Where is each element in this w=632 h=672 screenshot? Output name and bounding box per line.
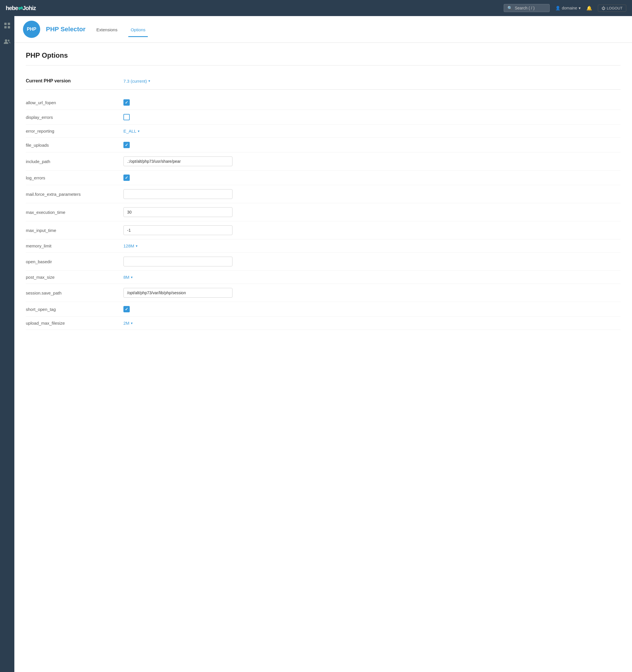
search-box[interactable]: 🔍 Search ( / ) <box>504 4 550 12</box>
checkbox-display_errors[interactable] <box>123 114 130 120</box>
option-row: include_path <box>26 152 621 170</box>
divider-top <box>26 65 621 66</box>
version-dropdown-arrow: ▾ <box>148 79 150 83</box>
options-table: allow_url_fopendisplay_errorserror_repor… <box>26 95 621 330</box>
input-include_path[interactable] <box>123 157 233 166</box>
dropdown-arrow-error_reporting: ▾ <box>138 129 140 133</box>
option-value-error_reporting: E_ALL ▾ <box>123 128 621 134</box>
input-open_basedir[interactable] <box>123 257 233 266</box>
option-row: allow_url_fopen <box>26 95 621 110</box>
option-row: max_input_time <box>26 221 621 239</box>
tab-bar: Extensions Options <box>94 22 148 37</box>
svg-rect-2 <box>4 26 7 28</box>
option-value-log_errors <box>123 174 621 181</box>
version-dropdown[interactable]: 7.3 (current) ▾ <box>123 79 150 83</box>
option-row: error_reportingE_ALL ▾ <box>26 125 621 138</box>
option-label-mail_force_extra_parameters: mail.force_extra_parameters <box>26 192 123 197</box>
dropdown-upload_max_filesize[interactable]: 2M ▾ <box>123 321 132 326</box>
option-label-post_max_size: post_max_size <box>26 275 123 280</box>
user-dropdown-arrow: ▾ <box>579 6 581 10</box>
checkbox-allow_url_fopen[interactable] <box>123 99 130 106</box>
sidebar <box>0 16 14 672</box>
option-label-error_reporting: error_reporting <box>26 128 123 134</box>
top-navigation: hebe⇌Johiz 🔍 Search ( / ) 👤 domaine ▾ 🔔 … <box>0 0 632 16</box>
option-value-post_max_size: 8M ▾ <box>123 275 621 280</box>
option-label-short_open_tag: short_open_tag <box>26 307 123 312</box>
checkbox-file_uploads[interactable] <box>123 142 130 148</box>
svg-point-4 <box>5 39 7 42</box>
option-value-max_input_time <box>123 225 621 235</box>
sidebar-users-icon[interactable] <box>2 37 13 47</box>
main-content: PHP PHP Selector Extensions Options PHP … <box>14 16 632 672</box>
section-title: PHP Options <box>26 51 621 59</box>
page-title: PHP Selector <box>46 26 86 33</box>
option-value-include_path <box>123 157 621 166</box>
option-row: memory_limit128M ▾ <box>26 239 621 253</box>
input-session_save_path[interactable] <box>123 288 233 298</box>
username-label: domaine <box>562 6 577 10</box>
option-value-upload_max_filesize: 2M ▾ <box>123 321 621 326</box>
option-value-display_errors <box>123 114 621 120</box>
option-label-max_execution_time: max_execution_time <box>26 210 123 215</box>
option-row: mail.force_extra_parameters <box>26 185 621 203</box>
option-row: session.save_path <box>26 284 621 302</box>
dropdown-arrow-upload_max_filesize: ▾ <box>131 321 132 325</box>
php-icon-text: PHP <box>27 27 37 32</box>
tab-extensions[interactable]: Extensions <box>94 22 120 37</box>
dropdown-memory_limit[interactable]: 128M ▾ <box>123 243 138 248</box>
svg-rect-3 <box>8 26 10 28</box>
logout-button[interactable]: ⏻ LOGOUT <box>598 5 626 12</box>
search-icon: 🔍 <box>507 6 512 10</box>
user-info[interactable]: 👤 domaine ▾ <box>555 6 581 10</box>
option-label-include_path: include_path <box>26 159 123 164</box>
option-row: open_basedir <box>26 253 621 271</box>
svg-rect-0 <box>4 23 7 25</box>
tab-options[interactable]: Options <box>128 22 148 37</box>
option-row: post_max_size8M ▾ <box>26 271 621 284</box>
option-label-max_input_time: max_input_time <box>26 228 123 233</box>
version-value: 7.3 (current) ▾ <box>123 79 621 83</box>
content-area: PHP Options Current PHP version 7.3 (cur… <box>14 43 632 338</box>
dropdown-arrow-post_max_size: ▾ <box>131 275 132 279</box>
option-value-mail_force_extra_parameters <box>123 189 621 199</box>
dropdown-error_reporting[interactable]: E_ALL ▾ <box>123 128 140 134</box>
version-label: Current PHP version <box>26 78 123 83</box>
option-label-allow_url_fopen: allow_url_fopen <box>26 100 123 105</box>
php-icon: PHP <box>23 21 40 38</box>
sidebar-apps-icon[interactable] <box>2 20 13 31</box>
option-value-file_uploads <box>123 142 621 148</box>
dropdown-post_max_size[interactable]: 8M ▾ <box>123 275 132 280</box>
svg-point-5 <box>8 40 9 41</box>
user-icon: 👤 <box>555 6 560 10</box>
checkbox-log_errors[interactable] <box>123 174 130 181</box>
version-row: Current PHP version 7.3 (current) ▾ <box>26 73 621 90</box>
input-mail_force_extra_parameters[interactable] <box>123 189 233 199</box>
option-value-memory_limit: 128M ▾ <box>123 243 621 248</box>
option-label-upload_max_filesize: upload_max_filesize <box>26 321 123 326</box>
input-max_input_time[interactable] <box>123 225 233 235</box>
option-label-file_uploads: file_uploads <box>26 143 123 147</box>
input-max_execution_time[interactable] <box>123 207 233 217</box>
dropdown-arrow-memory_limit: ▾ <box>136 244 138 248</box>
nav-right: 🔍 Search ( / ) 👤 domaine ▾ 🔔 ⏻ LOGOUT <box>504 4 626 12</box>
option-row: upload_max_filesize2M ▾ <box>26 317 621 330</box>
logo-text: hebe⇌Johiz <box>6 5 36 11</box>
option-value-open_basedir <box>123 257 621 266</box>
option-label-display_errors: display_errors <box>26 115 123 120</box>
option-label-log_errors: log_errors <box>26 175 123 180</box>
app-logo: hebe⇌Johiz <box>6 5 36 11</box>
search-label: Search ( / ) <box>515 6 534 10</box>
option-value-max_execution_time <box>123 207 621 217</box>
option-label-session_save_path: session.save_path <box>26 290 123 295</box>
option-row: max_execution_time <box>26 203 621 221</box>
logout-icon: ⏻ <box>602 6 605 10</box>
option-row: file_uploads <box>26 138 621 152</box>
option-value-session_save_path <box>123 288 621 298</box>
option-row: short_open_tag <box>26 302 621 317</box>
svg-rect-1 <box>8 23 10 25</box>
option-value-allow_url_fopen <box>123 99 621 106</box>
logout-label: LOGOUT <box>607 6 623 10</box>
checkbox-short_open_tag[interactable] <box>123 306 130 312</box>
notifications-icon[interactable]: 🔔 <box>586 5 592 11</box>
option-label-open_basedir: open_basedir <box>26 259 123 264</box>
